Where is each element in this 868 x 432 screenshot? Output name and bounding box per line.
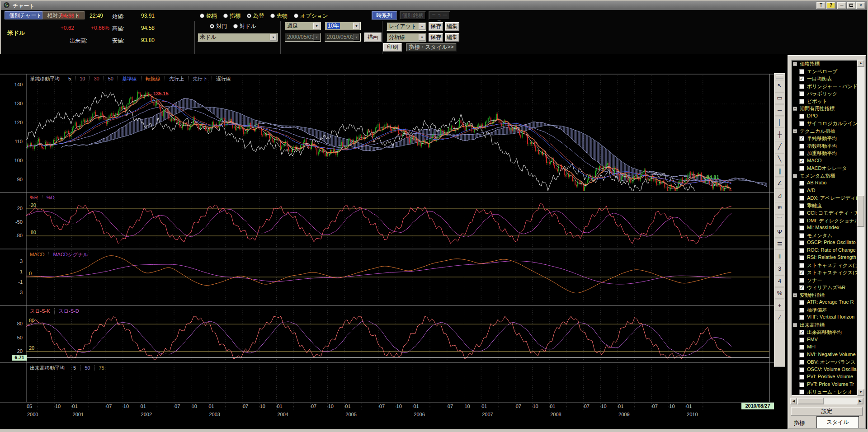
indicator-item-row[interactable]: ✓MACD	[792, 158, 857, 165]
collapse-icon[interactable]: −	[793, 293, 797, 297]
fibonacci-retracement-tool-icon[interactable]: ☰	[775, 239, 784, 250]
radio-3[interactable]: 先物	[270, 13, 288, 19]
collapse-icon[interactable]: −	[793, 174, 797, 178]
layout-combo[interactable]: レイアウト ▼	[387, 22, 426, 31]
checkbox-icon[interactable]	[799, 144, 804, 149]
checkbox-icon[interactable]	[799, 121, 804, 126]
checkbox-checked-icon[interactable]: ✓	[799, 270, 804, 275]
gann-fan-tool-icon[interactable]: ⊿	[775, 190, 784, 201]
indicator-item-row[interactable]: ADX: アベレージディレ	[792, 195, 857, 202]
hscroll-thumb[interactable]	[797, 398, 824, 404]
checkbox-icon[interactable]	[799, 203, 804, 208]
radio-2[interactable]: 為替	[247, 13, 264, 19]
indicator-item-row[interactable]: RSI: Relative Strength	[792, 254, 857, 262]
analysis-combo[interactable]: 分析線 ▼	[387, 33, 426, 42]
speed-line-tool-icon[interactable]: ≋	[775, 202, 784, 213]
checkbox-checked-icon[interactable]: ✓	[799, 330, 804, 335]
indicator-tree[interactable]: −価格指標エンベロープ✓一目均衡表ボリンジャー・バンドパラボリックピボット−期間…	[791, 60, 858, 396]
checkbox-icon[interactable]	[799, 338, 804, 343]
pitchfork-tool-icon[interactable]: Ψ	[775, 226, 784, 238]
chevron-down-icon[interactable]: ▼	[270, 34, 277, 41]
indicator-item-row[interactable]: パラボリック	[792, 90, 857, 98]
cross-line-tool-icon[interactable]: ┼	[775, 129, 784, 140]
indicator-item-row[interactable]: 標準偏差	[792, 307, 857, 315]
indicator-item-row[interactable]: OSCV: Volume Oscilla	[792, 366, 857, 374]
checkbox-icon[interactable]	[799, 114, 804, 119]
checkbox-icon[interactable]	[799, 91, 804, 96]
indicator-style-button[interactable]: 指標・スタイル>>	[406, 43, 457, 52]
scroll-left-icon[interactable]: ◀	[790, 398, 797, 404]
restore-button[interactable]	[847, 2, 856, 9]
checkbox-icon[interactable]	[799, 225, 804, 230]
scroll-right-icon[interactable]: ▶	[857, 398, 863, 404]
indicator-item-row[interactable]: MFI	[792, 344, 857, 352]
indicator-item-row[interactable]: エンベロープ	[792, 68, 857, 76]
indicator-item-row[interactable]: DMI: ディレクショナル・	[792, 217, 857, 225]
indicator-item-row[interactable]: ✓一目均衡表	[792, 75, 857, 83]
checkbox-icon[interactable]	[799, 218, 804, 223]
toolbar-grip[interactable]	[776, 75, 783, 79]
radio-icon[interactable]	[294, 14, 298, 18]
indicator-item-row[interactable]: EMV	[792, 337, 857, 344]
indicator-item-row[interactable]: OBV: オンーバランス・	[792, 359, 857, 366]
radio-selected-icon[interactable]	[247, 14, 251, 18]
chevron-down-icon[interactable]: ▼	[419, 23, 425, 30]
layout-save-button[interactable]: 保存	[429, 22, 443, 31]
drawing-toolbar[interactable]: ↖▭─│┼╱╲∥∠⊿≋⌒Ψ☰‖34%+∕	[774, 73, 785, 367]
indicator-item-row[interactable]: A/D	[792, 188, 857, 195]
checkbox-icon[interactable]	[799, 233, 804, 238]
checkbox-icon[interactable]	[799, 352, 804, 357]
indicator-item-row[interactable]: OSCP: Price Oscillato	[792, 239, 857, 247]
indicator-group-row[interactable]: −モメンタム指標	[792, 173, 857, 180]
trend-line-tool-icon[interactable]: ╱	[775, 141, 784, 152]
indicator-item-row[interactable]: MACDオシレータ	[792, 165, 857, 173]
indicator-group-row[interactable]: −期間有用性指標	[792, 105, 857, 113]
collapse-icon[interactable]: −	[793, 129, 797, 133]
radio-0[interactable]: 対円	[210, 23, 227, 29]
checkbox-icon[interactable]	[799, 375, 804, 380]
radio-icon[interactable]	[223, 14, 228, 18]
indicator-item-row[interactable]: サイコロジカルライン	[792, 120, 857, 128]
analysis-edit-button[interactable]: 編集	[445, 33, 459, 42]
checkbox-icon[interactable]	[799, 300, 804, 305]
vscroll-thumb[interactable]	[857, 195, 864, 227]
radio-selected-icon[interactable]	[210, 24, 214, 28]
tab-individual-chart[interactable]: 個別チャート	[5, 11, 47, 19]
fan-line-tool-icon[interactable]: ∠	[775, 178, 784, 189]
analysis-save-button[interactable]: 保存	[429, 33, 443, 42]
checkbox-icon[interactable]	[799, 315, 804, 320]
scroll-down-icon[interactable]: ▼	[857, 389, 864, 396]
radio-1[interactable]: 対ドル	[233, 23, 256, 29]
checkbox-icon[interactable]	[799, 390, 804, 394]
indicator-group-row[interactable]: −出来高指標	[792, 322, 857, 329]
indicator-item-row[interactable]: PVT: Price Volume Tr	[792, 381, 857, 389]
checkbox-checked-icon[interactable]: ✓	[799, 76, 804, 81]
indicator-group-row[interactable]: −テクニカル指標	[792, 128, 857, 136]
four-point-tool-icon[interactable]: 4	[775, 275, 784, 286]
indicator-item-row[interactable]: CCI: コモディティ・チャ	[792, 210, 857, 217]
pointer-tool-icon[interactable]: ↖	[775, 80, 784, 91]
indicator-item-row[interactable]: ✓ストキャスティクス(スロ	[792, 269, 857, 277]
vertical-line-tool-icon[interactable]: │	[775, 117, 784, 128]
checkbox-icon[interactable]	[799, 255, 804, 260]
radio-1[interactable]: 指標	[223, 13, 241, 19]
radio-icon[interactable]	[270, 14, 275, 18]
checkbox-icon[interactable]	[799, 360, 804, 365]
indicator-item-row[interactable]: VHF: Vertical Horizon	[792, 314, 857, 322]
checkbox-icon[interactable]	[799, 367, 804, 372]
radio-4[interactable]: オプション	[294, 13, 328, 19]
checkbox-checked-icon[interactable]: ✓	[799, 159, 804, 164]
cycle-line-tool-icon[interactable]: ⌒	[775, 214, 784, 225]
chart-area[interactable]: 14013012011010090-20-50-8031-1-3805020-2…	[0, 54, 774, 429]
indicator-item-row[interactable]: ATR: Average True R	[792, 299, 857, 307]
checkbox-icon[interactable]	[799, 240, 804, 245]
radio-icon[interactable]	[233, 24, 238, 28]
pencil-tool-icon[interactable]: ∕	[775, 312, 784, 323]
checkbox-icon[interactable]	[799, 308, 804, 313]
horizontal-line-tool-icon[interactable]: ─	[775, 104, 784, 116]
indicator-item-row[interactable]: ボリンジャー・バンド	[792, 83, 857, 91]
fibonacci-timezone-tool-icon[interactable]: ‖	[775, 251, 784, 262]
indicator-tree-hscrollbar[interactable]: ◀ ▶	[790, 398, 863, 404]
checkbox-icon[interactable]	[799, 166, 804, 171]
indicator-item-row[interactable]: ✓ウィリアムズ%R	[792, 284, 857, 292]
